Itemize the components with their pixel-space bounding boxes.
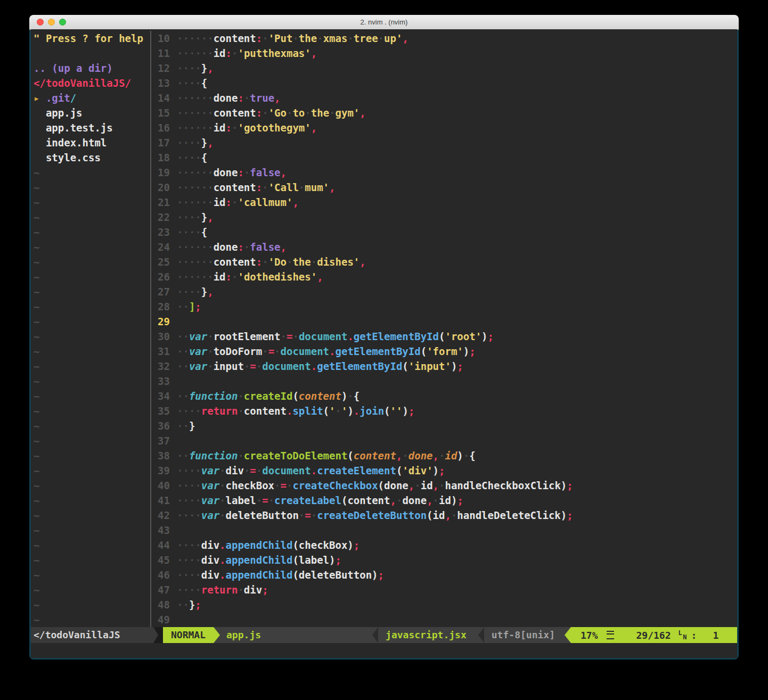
- command-line[interactable]: [31, 643, 737, 658]
- whitespace-dots: ·: [378, 32, 384, 44]
- code-line[interactable]: 23····{: [151, 225, 737, 240]
- code-line[interactable]: 31··var·toDoForm·=·document.getElementBy…: [151, 344, 737, 359]
- code-line[interactable]: 28··];: [151, 299, 737, 314]
- whitespace-dots: ·: [317, 32, 323, 44]
- code-token: (: [421, 345, 427, 357]
- code-line[interactable]: 32··var·input·=·document.getElementById(…: [151, 359, 737, 374]
- code-line[interactable]: 11······id:·'putthexmas',: [151, 46, 737, 61]
- code-line[interactable]: 19······done:·false,: [151, 165, 737, 180]
- code-line[interactable]: 36··}: [151, 418, 737, 433]
- whitespace-dots: ·: [238, 584, 243, 596]
- code-line[interactable]: 18····{: [151, 150, 737, 165]
- whitespace-dots: ·: [232, 122, 238, 134]
- code-token: ): [402, 405, 408, 417]
- code-line[interactable]: 17····},: [151, 135, 737, 150]
- code-line[interactable]: 33: [151, 374, 737, 389]
- line-number: 38: [151, 448, 177, 463]
- code-line[interactable]: 49: [151, 612, 737, 627]
- code-text: ····},: [177, 284, 737, 299]
- dir-item-git[interactable]: ▸ .git/: [31, 90, 150, 105]
- code-line[interactable]: 27····},: [151, 284, 737, 299]
- code-token: content: [354, 450, 396, 462]
- code-token: ,: [402, 32, 408, 44]
- whitespace-dots: ······: [177, 47, 214, 59]
- nvim-screen: " Press ? for help.. (up a dir)</todoVan…: [31, 29, 737, 658]
- code-line[interactable]: 45····div.appendChild(label);: [151, 553, 737, 567]
- code-line[interactable]: 25······content:·'Do·the·dishes',: [151, 254, 737, 269]
- code-line[interactable]: 13····{: [151, 76, 737, 90]
- line-number: 40: [151, 478, 177, 493]
- code-line[interactable]: 16······id:·'gotothegym',: [151, 120, 737, 135]
- whitespace-dots: ·: [244, 167, 250, 178]
- line-number: 10: [151, 31, 177, 46]
- file-item-app-js[interactable]: app.js: [31, 105, 150, 120]
- file-item-style-css[interactable]: style.css: [31, 150, 150, 165]
- window-title: 2. nvim . (nvim): [361, 18, 408, 26]
- minimize-button[interactable]: [48, 19, 55, 26]
- code-line[interactable]: 48··};: [151, 597, 737, 612]
- code-line[interactable]: 35····return·content.split('·').join('')…: [151, 403, 737, 418]
- code-buffer[interactable]: 10······content:·'Put·the·xmas·tree·up',…: [151, 31, 737, 627]
- close-button[interactable]: [37, 19, 44, 26]
- whitespace-dots: ·: [244, 465, 250, 476]
- code-token: ': [329, 405, 335, 417]
- code-line[interactable]: 12····},: [151, 61, 737, 76]
- code-token: true: [250, 92, 274, 104]
- line-number: 13: [151, 76, 177, 90]
- code-line[interactable]: 47····return·div;: [151, 582, 737, 597]
- code-text: ······content:·'Do·the·dishes',: [177, 254, 737, 269]
- line-number: 44: [151, 538, 177, 553]
- code-text: ····},: [177, 135, 737, 150]
- whitespace-dots: ··: [177, 331, 189, 342]
- code-token: done: [214, 241, 238, 253]
- code-line[interactable]: 38··function·createToDoElement(content,·…: [151, 448, 737, 463]
- whitespace-dots: ··: [177, 345, 189, 357]
- traffic-lights: [37, 15, 66, 29]
- titlebar[interactable]: 2. nvim . (nvim): [29, 15, 739, 30]
- code-token: :: [238, 167, 243, 178]
- code-text: ····{: [177, 150, 737, 165]
- code-line[interactable]: 42····var·deleteButton·=·createDeleteBut…: [151, 508, 737, 523]
- code-token: 'putthexmas': [238, 47, 311, 59]
- tilde-glyph: ~: [34, 554, 39, 566]
- code-token: ;: [439, 465, 445, 476]
- file-item-app-test-js[interactable]: app.test.js: [31, 120, 150, 135]
- code-line[interactable]: 24······done:·false,: [151, 240, 737, 254]
- line-number: 33: [151, 374, 177, 389]
- code-token: =: [287, 331, 292, 342]
- code-token: {: [354, 390, 360, 402]
- code-line[interactable]: 30··var·rootElement·=·document.getElemen…: [151, 329, 737, 344]
- code-line[interactable]: 41····var·label·=·createLabel(content,·d…: [151, 493, 737, 508]
- netrw-file-explorer[interactable]: " Press ? for help.. (up a dir)</todoVan…: [31, 31, 150, 627]
- code-line[interactable]: 29: [151, 314, 737, 329]
- code-line[interactable]: 39····var·div·=·document.createElement('…: [151, 463, 737, 478]
- code-line[interactable]: 20······content:·'Call·mum',: [151, 180, 737, 195]
- code-line[interactable]: 26······id:·'dothedishes',: [151, 269, 737, 284]
- code-line[interactable]: 15······content:·'Go·to·the·gym',: [151, 105, 737, 120]
- code-line[interactable]: 44····div.appendChild(checkBox);: [151, 538, 737, 553]
- code-line[interactable]: 14······done:·true,: [151, 90, 737, 105]
- code-line[interactable]: 37: [151, 433, 737, 448]
- tilde-row: ~: [31, 269, 150, 284]
- code-line[interactable]: 34··function·createId(content)·{: [151, 389, 737, 403]
- code-text: [177, 523, 737, 538]
- chevron-left-icon: [372, 627, 378, 643]
- whitespace-dots: ·: [232, 47, 238, 59]
- code-text: ····var·label·=·createLabel(content,·don…: [177, 493, 737, 508]
- code-line[interactable]: 43: [151, 523, 737, 538]
- code-line[interactable]: 21······id:·'callmum',: [151, 195, 737, 210]
- code-line[interactable]: 40····var·checkBox·=·createCheckbox(done…: [151, 478, 737, 493]
- line-number: 19: [151, 165, 177, 180]
- netrw-up-dir[interactable]: .. (up a dir): [31, 61, 150, 76]
- file-item-index-html[interactable]: index.html: [31, 135, 150, 150]
- whitespace-dots: ·: [451, 509, 457, 521]
- zoom-button[interactable]: [59, 19, 66, 26]
- code-line[interactable]: 22····},: [151, 210, 737, 225]
- tilde-glyph: ~: [34, 450, 39, 462]
- code-line[interactable]: 10······content:·'Put·the·xmas·tree·up',: [151, 31, 737, 46]
- whitespace-dots: ··: [177, 420, 189, 432]
- code-text: ······id:·'callmum',: [177, 195, 737, 210]
- code-line[interactable]: 46····div.appendChild(deleteButton);: [151, 567, 737, 582]
- whitespace-dots: ·: [287, 480, 292, 491]
- tilde-glyph: ~: [34, 182, 39, 193]
